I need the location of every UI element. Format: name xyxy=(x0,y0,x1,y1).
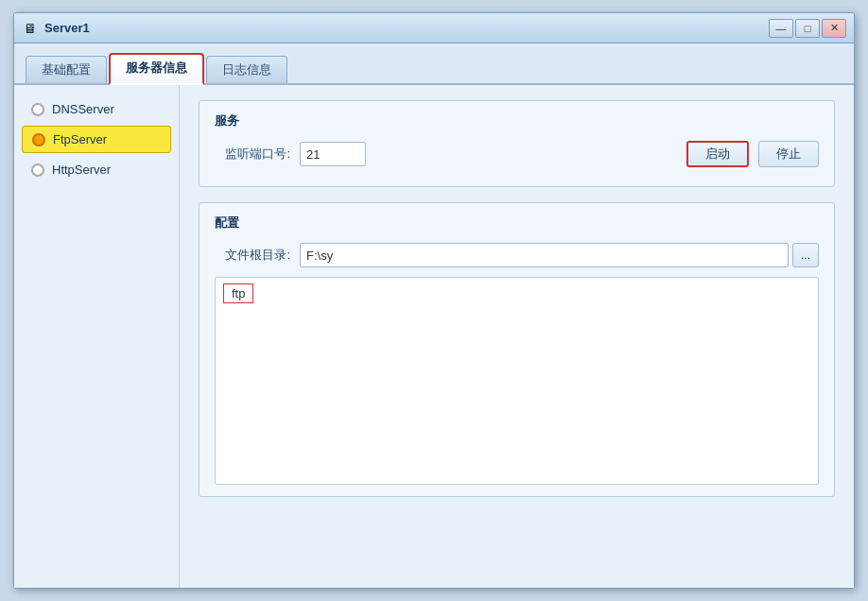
tab-bar: 基础配置 服务器信息 日志信息 xyxy=(14,43,854,85)
service-section-title: 服务 xyxy=(215,112,819,129)
http-status-dot xyxy=(31,163,44,177)
minimize-button[interactable]: — xyxy=(769,19,793,38)
content-area: 基础配置 服务器信息 日志信息 DNSServer FtpServer Http… xyxy=(14,43,854,588)
sidebar-item-ftp[interactable]: FtpServer xyxy=(22,126,171,153)
ftp-label: FtpServer xyxy=(53,132,107,146)
config-section: 配置 文件根目录: ... ftp xyxy=(199,202,835,497)
maximize-button[interactable]: □ xyxy=(795,19,820,38)
config-tag: ftp xyxy=(223,283,253,303)
close-button[interactable]: ✕ xyxy=(822,19,846,38)
sidebar: DNSServer FtpServer HttpServer xyxy=(14,85,180,588)
ftp-status-dot xyxy=(32,133,45,146)
tab-server[interactable]: 服务器信息 xyxy=(109,53,204,85)
tab-basic[interactable]: 基础配置 xyxy=(26,56,107,83)
window-title: Server1 xyxy=(44,21,769,35)
port-input[interactable] xyxy=(300,142,366,166)
dns-status-dot xyxy=(31,103,44,116)
main-body: DNSServer FtpServer HttpServer 服务 监听端口号: xyxy=(14,85,854,588)
sidebar-item-http[interactable]: HttpServer xyxy=(22,157,171,182)
root-dir-row: 文件根目录: ... xyxy=(215,243,819,267)
tab-log[interactable]: 日志信息 xyxy=(206,56,287,83)
main-window: 🖥 Server1 — □ ✕ 基础配置 服务器信息 日志信息 DNSServe… xyxy=(13,12,855,589)
stop-button[interactable]: 停止 xyxy=(758,141,819,167)
root-dir-label: 文件根目录: xyxy=(215,247,290,264)
http-label: HttpServer xyxy=(52,163,111,177)
service-section: 服务 监听端口号: 启动 停止 xyxy=(199,100,835,187)
titlebar-buttons: — □ ✕ xyxy=(769,19,846,38)
service-actions: 启动 停止 xyxy=(686,141,819,167)
browse-button[interactable]: ... xyxy=(792,243,819,267)
path-input-wrapper: ... xyxy=(300,243,819,267)
config-text-area[interactable]: ftp xyxy=(215,277,819,485)
sidebar-item-dns[interactable]: DNSServer xyxy=(22,96,171,122)
port-row: 监听端口号: 启动 停止 xyxy=(215,141,819,167)
dns-label: DNSServer xyxy=(52,102,114,116)
titlebar: 🖥 Server1 — □ ✕ xyxy=(14,13,854,43)
window-icon: 🖥 xyxy=(22,20,39,37)
port-label: 监听端口号: xyxy=(215,146,290,163)
root-dir-input[interactable] xyxy=(300,243,789,267)
right-panel: 服务 监听端口号: 启动 停止 配置 文件根目录: xyxy=(180,85,854,588)
config-section-title: 配置 xyxy=(215,215,819,232)
start-button[interactable]: 启动 xyxy=(686,141,749,167)
